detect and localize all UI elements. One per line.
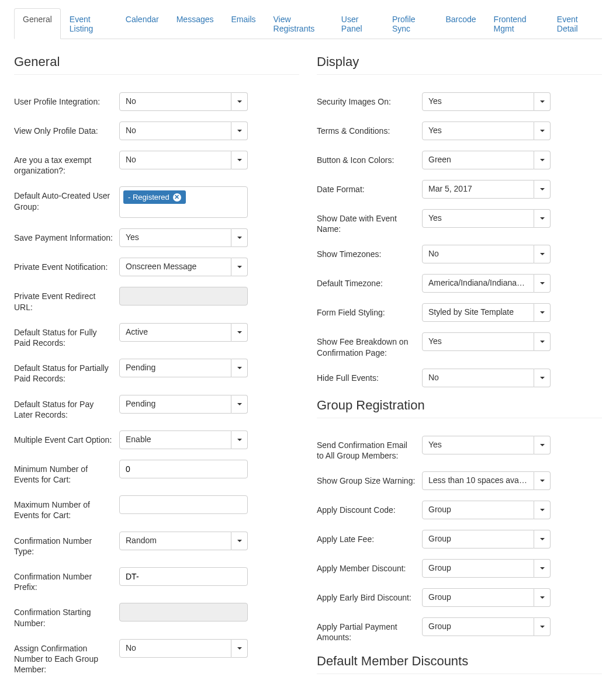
tab-view-registrants[interactable]: View Registrants (265, 8, 333, 39)
dropdown-default-tz[interactable]: America/Indiana/Indianapolis (422, 274, 551, 293)
chevron-down-icon (237, 159, 242, 161)
tab-barcode[interactable]: Barcode (437, 8, 485, 39)
dropdown-discount-code[interactable]: Group (422, 501, 551, 519)
dropdown-send-conf[interactable]: Yes (422, 436, 551, 454)
dropdown-member-disc[interactable]: Group (422, 559, 551, 578)
tag-registered[interactable]: - Registered ✕ (123, 190, 186, 204)
label-status-partial: Default Status for Partially Paid Record… (14, 359, 119, 384)
chevron-down-icon (237, 540, 242, 542)
chevron-down-icon (540, 282, 545, 284)
chevron-down-icon (237, 439, 242, 441)
dropdown-security-images[interactable]: Yes (422, 92, 551, 111)
dropdown-conf-type[interactable]: Random (119, 532, 248, 550)
label-member-disc: Apply Member Discount: (317, 559, 422, 574)
chevron-down-icon (237, 100, 242, 103)
label-date-format: Date Format: (317, 180, 422, 195)
label-tax-exempt: Are you a tax exempt organization?: (14, 151, 119, 176)
chevron-down-icon (540, 217, 545, 220)
chevron-down-icon (237, 266, 242, 268)
dropdown-view-only-profile[interactable]: No (119, 121, 248, 140)
tab-frontend-mgmt[interactable]: Frontend Mgmt (485, 8, 548, 39)
label-save-payment: Save Payment Information: (14, 228, 119, 243)
tagbox-default-group[interactable]: - Registered ✕ (119, 186, 248, 218)
label-min-events: Minimum Number of Events for Cart: (14, 460, 119, 485)
dropdown-user-profile-integration[interactable]: No (119, 92, 248, 111)
dropdown-early-bird[interactable]: Group (422, 588, 551, 607)
label-colors: Button & Icon Colors: (317, 151, 422, 165)
label-max-events: Maximum Number of Events for Cart: (14, 495, 119, 520)
label-fee-breakdown: Show Fee Breakdown on Confirmation Page: (317, 332, 422, 357)
tab-emails[interactable]: Emails (223, 8, 265, 39)
chevron-down-icon (540, 596, 545, 599)
dropdown-form-style[interactable]: Styled by Site Template (422, 303, 551, 322)
dropdown-show-date[interactable]: Yes (422, 209, 551, 228)
chevron-down-icon (540, 253, 545, 255)
chevron-down-icon (540, 509, 545, 511)
dropdown-late-fee[interactable]: Group (422, 530, 551, 548)
dropdown-terms[interactable]: Yes (422, 121, 551, 140)
label-user-profile-integration: User Profile Integration: (14, 92, 119, 107)
label-security-images: Security Images On: (317, 92, 422, 107)
chevron-down-icon (540, 100, 545, 103)
dropdown-status-paid[interactable]: Active (119, 323, 248, 342)
label-private-notif: Private Event Notification: (14, 258, 119, 272)
label-assign-conf: Assign Confirmation Number to Each Group… (14, 639, 119, 675)
label-cart-option: Multiple Event Cart Option: (14, 430, 119, 445)
label-conf-prefix: Confirmation Number Prefix: (14, 567, 119, 592)
label-view-only-profile: View Only Profile Data: (14, 121, 119, 136)
input-conf-prefix[interactable] (119, 567, 248, 586)
tab-user-panel[interactable]: User Panel (333, 8, 383, 39)
close-icon[interactable]: ✕ (173, 193, 181, 202)
section-display-title: Display (317, 54, 602, 75)
label-hide-full: Hide Full Events: (317, 369, 422, 383)
label-default-tz: Default Timezone: (317, 274, 422, 289)
dropdown-cart-option[interactable]: Enable (119, 430, 248, 449)
chevron-down-icon (237, 367, 242, 369)
dropdown-colors[interactable]: Green (422, 151, 551, 169)
label-conf-start: Confirmation Starting Number: (14, 603, 119, 628)
section-group-title: Group Registration (317, 398, 602, 418)
label-size-warning: Show Group Size Warning: (317, 471, 422, 486)
input-conf-start[interactable] (119, 603, 248, 622)
tag-label: - Registered (128, 193, 169, 202)
dropdown-fee-breakdown[interactable]: Yes (422, 332, 551, 351)
label-terms: Terms & Conditions: (317, 121, 422, 136)
tab-event-detail[interactable]: Event Detail (548, 8, 602, 39)
input-private-redirect[interactable] (119, 287, 248, 305)
chevron-down-icon (237, 130, 242, 132)
chevron-down-icon (540, 341, 545, 343)
chevron-down-icon (540, 626, 545, 628)
dropdown-hide-full[interactable]: No (422, 369, 551, 387)
tab-calendar[interactable]: Calendar (117, 8, 168, 39)
tab-profile-sync[interactable]: Profile Sync (383, 8, 437, 39)
dropdown-assign-conf[interactable]: No (119, 639, 248, 658)
input-max-events[interactable] (119, 495, 248, 514)
chevron-down-icon (540, 567, 545, 570)
dropdown-save-payment[interactable]: Yes (119, 228, 248, 247)
tab-messages[interactable]: Messages (168, 8, 223, 39)
label-partial-pay: Apply Partial Payment Amounts: (317, 617, 422, 643)
dropdown-tax-exempt[interactable]: No (119, 151, 248, 169)
chevron-down-icon (540, 130, 545, 132)
dropdown-private-notif[interactable]: Onscreen Message (119, 258, 248, 276)
chevron-down-icon (540, 159, 545, 161)
tab-event-listing[interactable]: Event Listing (61, 8, 117, 39)
chevron-down-icon (237, 331, 242, 334)
dropdown-partial-pay[interactable]: Group (422, 617, 551, 636)
dropdown-status-partial[interactable]: Pending (119, 359, 248, 377)
input-min-events[interactable] (119, 460, 248, 478)
dropdown-date-format[interactable]: Mar 5, 2017 (422, 180, 551, 199)
dropdown-status-later[interactable]: Pending (119, 395, 248, 414)
chevron-down-icon (237, 237, 242, 239)
chevron-down-icon (540, 311, 545, 314)
label-status-later: Default Status for Pay Later Records: (14, 395, 119, 420)
chevron-down-icon (237, 403, 242, 405)
label-form-style: Form Field Styling: (317, 303, 422, 318)
dropdown-size-warning[interactable]: Less than 10 spaces available (422, 471, 551, 490)
chevron-down-icon (540, 444, 545, 446)
label-default-group: Default Auto-Created User Group: (14, 186, 119, 211)
dropdown-show-tz[interactable]: No (422, 245, 551, 263)
tab-general[interactable]: General (14, 8, 61, 39)
label-status-paid: Default Status for Fully Paid Records: (14, 323, 119, 348)
label-late-fee: Apply Late Fee: (317, 530, 422, 544)
